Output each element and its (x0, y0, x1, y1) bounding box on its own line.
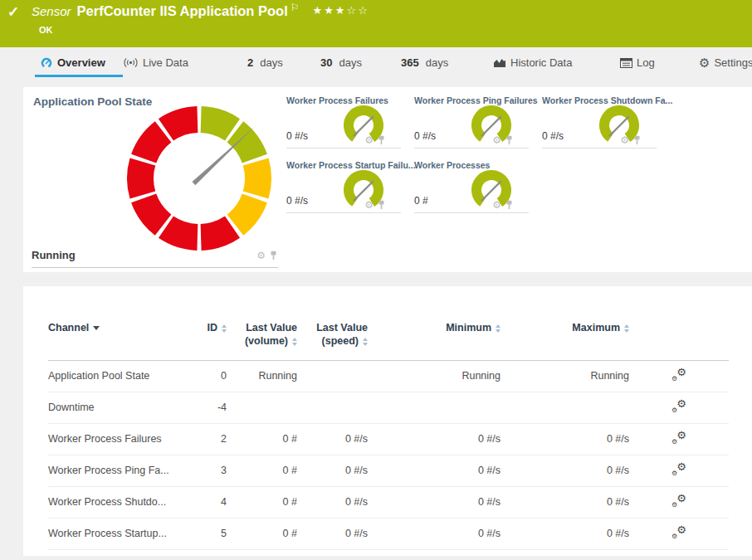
channel-settings-icon[interactable]: ⚙⚙ (671, 494, 686, 508)
table-row[interactable]: Application Pool State0RunningRunningRun… (48, 360, 729, 392)
gauge-settings-gear-icon[interactable]: ⚙ (620, 135, 629, 145)
tab-settings-label: Settings (714, 56, 752, 69)
mini-gauge-value: 0 #/s (286, 195, 308, 207)
ok-check-icon: ✓ (7, 3, 19, 21)
sort-both-icon (292, 338, 297, 346)
col-header-maximum[interactable]: Maximum (501, 286, 629, 360)
gauge-settings-gear-icon[interactable]: ⚙ (492, 200, 501, 210)
mini-gauge-cell: Worker Process Failures 0 #/s ⚙ (286, 95, 401, 149)
tab-30-days-label: days (339, 56, 361, 69)
table-row[interactable]: Worker Process Shutdo...40 #0 #/s0 #/s0 … (48, 486, 729, 518)
cell-last_speed (297, 360, 368, 392)
channel-settings-icon[interactable]: ⚙⚙ (671, 368, 686, 382)
cell-maximum (501, 392, 629, 423)
table-row[interactable]: Worker Process Failures20 #0 #/s0 #/s0 #… (48, 423, 729, 455)
cell-last_volume: 0 # (227, 423, 297, 455)
priority-flag-icon[interactable]: ⚐ (291, 2, 300, 13)
cell-last_volume: Running (227, 360, 297, 392)
cell-channel: Downtime (48, 392, 193, 423)
tab-365-days-num: 365 (401, 56, 419, 69)
tab-30-days[interactable]: 30 days (320, 56, 362, 69)
cell-last_speed: 0 #/s (297, 486, 368, 518)
sort-both-icon (363, 338, 368, 346)
col-header-minimum[interactable]: Minimum (368, 286, 501, 360)
table-row[interactable]: Worker Process Ping Fa...30 #0 #/s0 #/s0… (48, 455, 729, 486)
cell-last_volume: 0 # (227, 518, 297, 549)
cell-last_speed: 0 #/s (297, 518, 368, 549)
cell-minimum: 0 #/s (368, 518, 501, 549)
sensor-type-label: Sensor (32, 4, 71, 18)
cell-actions: ⚙⚙ (629, 423, 729, 455)
col-header-id[interactable]: ID (193, 286, 227, 360)
channel-settings-icon[interactable]: ⚙⚙ (671, 400, 686, 413)
cell-actions: ⚙⚙ (629, 518, 729, 549)
tab-2-days[interactable]: 2 days (247, 56, 283, 69)
tab-365-days-label: days (426, 56, 448, 69)
sort-both-icon (496, 324, 501, 333)
main-gauge-status: Running (32, 249, 76, 261)
tab-log[interactable]: Log (620, 56, 655, 69)
pin-icon[interactable] (632, 135, 642, 145)
tab-historic-data[interactable]: Historic Data (493, 56, 572, 69)
tab-bar: Overview Live Data 2 days 30 days 365 da… (0, 47, 752, 79)
mini-gauge-value: 0 #/s (414, 130, 436, 142)
cell-minimum (368, 392, 501, 423)
cell-id: 0 (193, 360, 227, 392)
pin-icon[interactable] (269, 251, 278, 261)
gauge-settings-gear-icon[interactable]: ⚙ (364, 135, 374, 145)
cell-id: 4 (193, 486, 227, 518)
tab-settings[interactable]: ⚙ Settings (699, 56, 752, 69)
channel-settings-icon[interactable]: ⚙⚙ (671, 431, 686, 445)
cell-last_speed (297, 392, 368, 423)
gauge-settings-gear-icon[interactable]: ⚙ (256, 251, 266, 261)
gauges-panel: Application Pool State Running ⚙ Worker … (23, 87, 752, 272)
pin-icon[interactable] (505, 200, 514, 210)
cell-minimum: 0 #/s (368, 486, 501, 518)
col-header-channel[interactable]: Channel (48, 286, 193, 360)
cell-id: -4 (193, 392, 227, 423)
gauge-settings-gear-icon[interactable]: ⚙ (492, 135, 501, 145)
cell-last_volume: 0 # (227, 486, 297, 518)
cell-last_speed: 0 #/s (297, 423, 368, 455)
pin-icon[interactable] (377, 135, 386, 145)
mini-gauge-value: 0 # (414, 195, 428, 207)
tab-historic-data-label: Historic Data (510, 56, 572, 69)
sort-both-icon (624, 324, 629, 333)
col-header-last-value-speed[interactable]: Last Value (speed) (297, 286, 368, 360)
channels-table: Channel ID Last Value (volume) Last Valu… (48, 286, 729, 560)
tab-2-days-label: days (260, 56, 282, 69)
channel-settings-icon[interactable]: ⚙⚙ (671, 463, 686, 476)
cell-maximum: 0 #/s (501, 455, 629, 486)
channels-panel: Channel ID Last Value (volume) Last Valu… (23, 286, 752, 556)
area-chart-icon (493, 57, 506, 68)
col-header-last-value-volume[interactable]: Last Value (volume) (227, 286, 297, 360)
pin-icon[interactable] (377, 200, 386, 210)
pin-icon[interactable] (505, 135, 514, 145)
tab-365-days[interactable]: 365 days (401, 56, 448, 69)
sensor-status-text: OK (39, 25, 53, 35)
table-row[interactable]: Downtime-4⚙⚙ (48, 392, 729, 423)
tab-log-label: Log (637, 56, 655, 69)
cell-maximum: Running (501, 360, 629, 392)
cell-channel: Worker Process Ping Fa... (48, 455, 193, 486)
tab-overview[interactable]: Overview (40, 56, 105, 69)
gauge-icon (40, 56, 53, 69)
sensor-status-banner: ✓ Sensor PerfCounter IIS Application Poo… (0, 0, 752, 47)
gauge-settings-gear-icon[interactable]: ⚙ (364, 200, 374, 210)
mini-gauge-value: 0 #/s (286, 130, 308, 142)
rating-stars[interactable]: ★★★☆☆ (313, 4, 369, 17)
channel-settings-icon[interactable]: ⚙⚙ (671, 526, 686, 539)
cell-channel: Worker Process Startup... (48, 518, 193, 549)
tab-live-data-label: Live Data (143, 56, 188, 69)
log-list-icon (620, 58, 632, 68)
tab-live-data[interactable]: Live Data (123, 56, 188, 69)
cell-minimum: 0 #/s (368, 455, 501, 486)
sort-both-icon (222, 324, 227, 333)
cell-channel: Application Pool State (48, 360, 193, 392)
mini-gauge-value: 0 #/s (542, 130, 564, 142)
cell-id: 3 (193, 455, 227, 486)
cell-maximum: 0 #/s (501, 423, 629, 455)
cell-actions: ⚙⚙ (629, 486, 729, 518)
table-row[interactable]: Worker Process Startup...50 #0 #/s0 #/s0… (48, 518, 729, 549)
cell-channel: Worker Process Failures (48, 423, 193, 455)
